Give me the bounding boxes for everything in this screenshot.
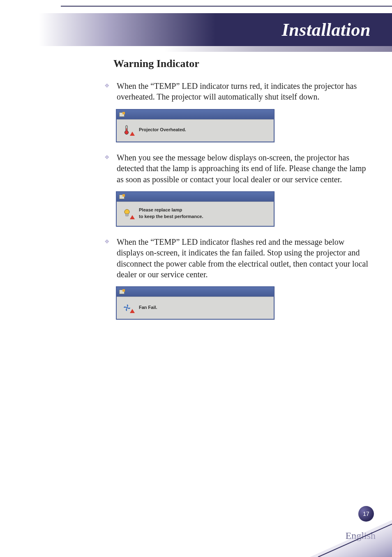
diamond-bullet-icon: ❖	[104, 239, 110, 245]
footer-language: English	[346, 530, 376, 541]
dialog-line1: Fan Fail.	[139, 305, 157, 310]
dialog-titlebar	[117, 192, 274, 202]
content-area: Warning Indicator ❖ When the “TEMP” LED …	[113, 58, 368, 330]
diamond-bullet-icon: ❖	[104, 155, 110, 160]
dialog-body: Projector Overheated.	[117, 119, 274, 142]
bullet-text: When the “TEMP” LED indicator flashes re…	[117, 237, 368, 280]
diamond-bullet-icon: ❖	[104, 83, 110, 89]
header-shadow	[164, 46, 392, 52]
section-title: Warning Indicator	[113, 58, 368, 70]
dialog-titlebar	[117, 110, 274, 119]
warning-dialog-overheat: Projector Overheated.	[116, 109, 274, 142]
fan-icon	[121, 303, 133, 312]
warning-dialog-lamp: Please replace lamp to keep the best per…	[116, 191, 274, 227]
dialog-line1: Please replace lamp	[139, 207, 203, 214]
chapter-header: Installation	[0, 13, 392, 46]
dialog-message: Fan Fail.	[139, 304, 157, 311]
chapter-title: Installation	[282, 19, 371, 40]
bullet-item: ❖ When you see the message below display…	[113, 152, 368, 185]
projector-icon	[119, 290, 125, 294]
svg-point-3	[125, 209, 129, 214]
warning-triangle-icon	[130, 215, 135, 219]
dialog-line2: to keep the best performance.	[139, 214, 203, 220]
bullet-item: ❖ When the “TEMP” LED indicator flashes …	[113, 237, 368, 280]
svg-rect-4	[126, 214, 128, 216]
bullet-item: ❖ When the “TEMP” LED indicator turns re…	[113, 81, 368, 102]
dialog-body: Please replace lamp to keep the best per…	[117, 202, 274, 226]
warning-dialog-fan: Fan Fail.	[116, 286, 274, 320]
projector-icon	[119, 195, 125, 199]
warning-triangle-icon	[130, 309, 135, 313]
bullet-text: When you see the message below displays …	[117, 152, 368, 185]
dialog-message: Projector Overheated.	[139, 127, 186, 133]
bullet-text: When the “TEMP” LED indicator turns red,…	[117, 81, 368, 102]
dialog-titlebar	[117, 287, 274, 297]
top-rule	[61, 6, 392, 7]
warning-triangle-icon	[130, 132, 135, 136]
projector-icon	[119, 112, 125, 117]
dialog-message: Please replace lamp to keep the best per…	[139, 207, 203, 220]
thermometer-icon	[121, 125, 133, 135]
svg-point-5	[126, 307, 128, 309]
dialog-line1: Projector Overheated.	[139, 127, 186, 132]
page-number: 17	[363, 511, 369, 517]
lamp-icon	[121, 209, 133, 218]
page-number-badge: 17	[358, 506, 374, 522]
dialog-body: Fan Fail.	[117, 297, 274, 319]
svg-rect-2	[126, 128, 127, 132]
